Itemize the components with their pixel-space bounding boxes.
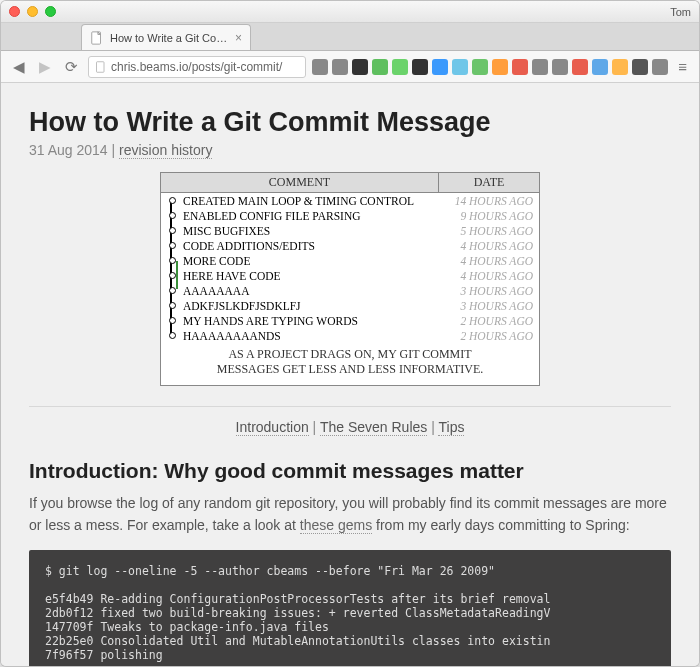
intro-heading: Introduction: Why good commit messages m…	[29, 459, 671, 483]
tab-close-button[interactable]: ×	[235, 31, 242, 45]
comic-row: HERE HAVE CODE4 HOURS AGO	[161, 268, 539, 283]
forward-button[interactable]: ▶	[35, 56, 55, 78]
extension-icon[interactable]	[652, 59, 668, 75]
extension-icons	[312, 59, 668, 75]
extension-icon[interactable]	[452, 59, 468, 75]
extension-icon[interactable]	[612, 59, 628, 75]
extension-icon[interactable]	[372, 59, 388, 75]
minimize-window-button[interactable]	[27, 6, 38, 17]
extension-icon[interactable]	[312, 59, 328, 75]
extension-icon[interactable]	[392, 59, 408, 75]
url-text: chris.beams.io/posts/git-commit/	[111, 60, 282, 74]
extension-icon[interactable]	[352, 59, 368, 75]
extension-icon[interactable]	[472, 59, 488, 75]
address-bar[interactable]: chris.beams.io/posts/git-commit/	[88, 56, 306, 78]
revision-history-link[interactable]: revision history	[119, 142, 212, 159]
comic-row: ADKFJSLKDFJSDKLFJ3 HOURS AGO	[161, 298, 539, 313]
extension-icon[interactable]	[572, 59, 588, 75]
tab-title: How to Write a Git Commit...	[110, 32, 229, 44]
back-button[interactable]: ◀	[9, 56, 29, 78]
page-favicon-icon	[90, 31, 104, 45]
extension-icon[interactable]	[432, 59, 448, 75]
menu-button[interactable]: ≡	[674, 56, 691, 77]
page-icon	[95, 61, 107, 73]
extension-icon[interactable]	[412, 59, 428, 75]
publish-date: 31 Aug 2014	[29, 142, 108, 158]
browser-window: Tom How to Write a Git Commit... × ◀ ▶ ⟳…	[0, 0, 700, 667]
xkcd-comic: COMMENT DATE CREATED MAIN LOOP & TIMING …	[160, 172, 540, 386]
page-title: How to Write a Git Commit Message	[29, 107, 671, 138]
comic-header-comment: COMMENT	[161, 173, 439, 192]
divider	[29, 406, 671, 407]
git-log-codeblock: $ git log --oneline -5 --author cbeams -…	[29, 550, 671, 666]
comic-caption: AS A PROJECT DRAGS ON, MY GIT COMMIT MES…	[161, 343, 539, 385]
comic-row: CREATED MAIN LOOP & TIMING CONTROL14 HOU…	[161, 193, 539, 208]
anchor-seven-rules[interactable]: The Seven Rules	[320, 419, 427, 436]
comic-row: MISC BUGFIXES5 HOURS AGO	[161, 223, 539, 238]
tab-strip: How to Write a Git Commit... ×	[1, 23, 699, 51]
extension-icon[interactable]	[632, 59, 648, 75]
window-controls	[9, 6, 56, 17]
extension-icon[interactable]	[592, 59, 608, 75]
comic-row: MY HANDS ARE TYPING WORDS2 HOURS AGO	[161, 313, 539, 328]
zoom-window-button[interactable]	[45, 6, 56, 17]
page-meta: 31 Aug 2014 | revision history	[29, 142, 671, 158]
comic-row: HAAAAAAAANDS2 HOURS AGO	[161, 328, 539, 343]
extension-icon[interactable]	[332, 59, 348, 75]
extension-icon[interactable]	[492, 59, 508, 75]
comic-row: MORE CODE4 HOURS AGO	[161, 253, 539, 268]
comic-row: CODE ADDITIONS/EDITS4 HOURS AGO	[161, 238, 539, 253]
extension-icon[interactable]	[512, 59, 528, 75]
comic-header-date: DATE	[439, 173, 539, 192]
svg-rect-1	[97, 61, 105, 72]
browser-tab[interactable]: How to Write a Git Commit... ×	[81, 24, 251, 50]
comic-row: AAAAAAAA3 HOURS AGO	[161, 283, 539, 298]
reload-button[interactable]: ⟳	[61, 56, 82, 78]
extension-icon[interactable]	[532, 59, 548, 75]
comic-row: ENABLED CONFIG FILE PARSING9 HOURS AGO	[161, 208, 539, 223]
anchor-introduction[interactable]: Introduction	[236, 419, 309, 436]
profile-name[interactable]: Tom	[670, 6, 691, 18]
browser-toolbar: ◀ ▶ ⟳ chris.beams.io/posts/git-commit/ ≡	[1, 51, 699, 83]
anchor-tips[interactable]: Tips	[438, 419, 464, 436]
intro-paragraph: If you browse the log of any random git …	[29, 493, 671, 536]
close-window-button[interactable]	[9, 6, 20, 17]
extension-icon[interactable]	[552, 59, 568, 75]
these-gems-link[interactable]: these gems	[300, 517, 372, 534]
page-content[interactable]: How to Write a Git Commit Message 31 Aug…	[1, 83, 699, 666]
window-titlebar: Tom	[1, 1, 699, 23]
page-anchors: Introduction | The Seven Rules | Tips	[29, 419, 671, 435]
